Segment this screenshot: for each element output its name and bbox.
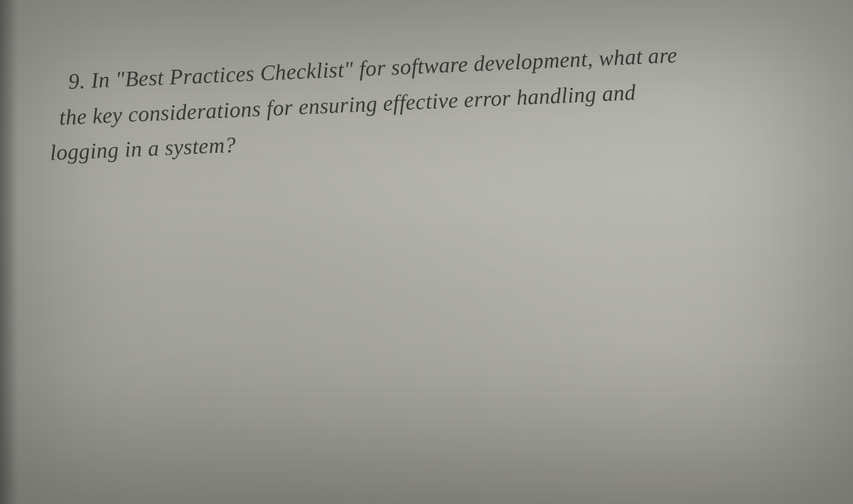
left-shadow-edge bbox=[0, 0, 18, 504]
